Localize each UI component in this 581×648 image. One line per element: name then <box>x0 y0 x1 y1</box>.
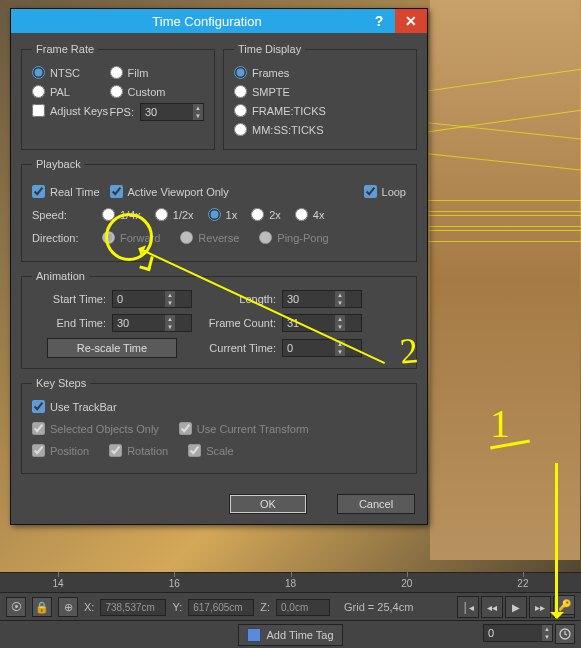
forward-radio: Forward <box>102 231 160 244</box>
length-spinner[interactable]: ▲▼ <box>282 290 362 308</box>
selected-objects-check: Selected Objects Only <box>32 422 159 435</box>
down-arrow-icon[interactable]: ▼ <box>193 112 203 120</box>
length-label: Length: <box>192 293 282 305</box>
start-time-label: Start Time: <box>32 293 112 305</box>
key-steps-group: Key Steps Use TrackBar Selected Objects … <box>21 377 417 474</box>
status-bar: ⦿ 🔒 ⊕ X: Y: Z: Grid = 25,4cm │◂ ◂◂ ▶ ▸▸ … <box>0 592 581 621</box>
next-frame-button[interactable]: ▸▸ <box>529 596 551 618</box>
frame-count-spinner[interactable]: ▲▼ <box>282 314 362 332</box>
z-field[interactable] <box>276 599 330 616</box>
time-configuration-dialog: Time Configuration ? ✕ Frame Rate NTSC P… <box>10 8 428 525</box>
custom-radio[interactable]: Custom <box>110 85 204 98</box>
ntsc-radio[interactable]: NTSC <box>32 66 110 79</box>
loop-check[interactable]: Loop <box>364 185 406 198</box>
fps-input[interactable] <box>141 106 193 118</box>
y-label: Y: <box>172 601 182 613</box>
fps-label: FPS: <box>110 106 134 118</box>
x-label: X: <box>84 601 94 613</box>
prev-frame-button[interactable]: ◂◂ <box>481 596 503 618</box>
key-mode-toggle-icon[interactable]: 🔑 <box>555 595 575 615</box>
end-time-label: End Time: <box>32 317 112 329</box>
current-time-label: Current Time: <box>192 342 282 354</box>
lock-icon[interactable]: 🔒 <box>32 597 52 617</box>
speed-1-2-radio[interactable]: 1/2x <box>155 208 194 221</box>
end-time-spinner[interactable]: ▲▼ <box>112 314 192 332</box>
pingpong-radio: Ping-Pong <box>259 231 328 244</box>
dialog-title: Time Configuration <box>51 14 363 29</box>
mmssticks-radio[interactable]: MM:SS:TICKS <box>234 123 406 136</box>
timeline-ruler[interactable]: 14 16 18 20 22 <box>0 572 581 593</box>
speed-1x-radio[interactable]: 1x <box>208 208 238 221</box>
z-label: Z: <box>260 601 270 613</box>
dialog-titlebar[interactable]: Time Configuration ? ✕ <box>11 9 427 33</box>
speed-2x-radio[interactable]: 2x <box>251 208 281 221</box>
rotation-check: Rotation <box>109 444 168 457</box>
use-trackbar-check[interactable]: Use TrackBar <box>32 400 117 413</box>
time-configuration-button[interactable] <box>555 624 575 644</box>
timeline-tick: 20 <box>349 578 465 589</box>
playback-legend: Playback <box>32 158 85 170</box>
real-time-check[interactable]: Real Time <box>32 185 100 198</box>
animation-group: Animation Start Time: ▲▼ Length: ▲▼ End … <box>21 270 417 369</box>
timeline-tick: 22 <box>465 578 581 589</box>
current-frame-spinner[interactable]: ▲▼ <box>483 624 553 642</box>
position-check: Position <box>32 444 89 457</box>
add-time-tag-label: Add Time Tag <box>266 629 333 641</box>
add-time-tag-button[interactable]: Add Time Tag <box>238 624 342 646</box>
goto-start-button[interactable]: │◂ <box>457 596 479 618</box>
reverse-radio: Reverse <box>180 231 239 244</box>
fps-spinner[interactable]: ▲▼ <box>140 103 204 121</box>
cube-icon <box>247 628 261 642</box>
play-button[interactable]: ▶ <box>505 596 527 618</box>
timeline-tick: 14 <box>0 578 116 589</box>
direction-label: Direction: <box>32 232 92 244</box>
up-arrow-icon[interactable]: ▲ <box>193 104 203 112</box>
close-button[interactable]: ✕ <box>395 9 427 33</box>
timeline-tick: 16 <box>116 578 232 589</box>
adjust-keys-check[interactable]: Adjust Keys <box>32 104 110 117</box>
start-time-spinner[interactable]: ▲▼ <box>112 290 192 308</box>
time-display-legend: Time Display <box>234 43 305 55</box>
use-current-transform-check: Use Current Transform <box>179 422 309 435</box>
frame-count-label: Frame Count: <box>192 317 282 329</box>
timeline-tick: 18 <box>232 578 348 589</box>
help-button[interactable]: ? <box>363 9 395 33</box>
ok-button[interactable]: OK <box>229 494 307 514</box>
rescale-time-button[interactable]: Re-scale Time <box>47 338 177 358</box>
speed-4x-radio[interactable]: 4x <box>295 208 325 221</box>
frame-ticks-radio[interactable]: FRAME:TICKS <box>234 104 406 117</box>
playback-group: Playback Real Time Active Viewport Only … <box>21 158 417 262</box>
active-viewport-check[interactable]: Active Viewport Only <box>110 185 229 198</box>
coord-icon[interactable]: ⊕ <box>58 597 78 617</box>
frame-rate-legend: Frame Rate <box>32 43 98 55</box>
x-field[interactable] <box>100 599 166 616</box>
pal-radio[interactable]: PAL <box>32 85 110 98</box>
grid-label: Grid = 25,4cm <box>344 601 413 613</box>
selection-lock-icon[interactable]: ⦿ <box>6 597 26 617</box>
smpte-radio[interactable]: SMPTE <box>234 85 406 98</box>
frame-rate-group: Frame Rate NTSC PAL Adjust Keys Film Cus… <box>21 43 215 150</box>
scale-check: Scale <box>188 444 234 457</box>
key-steps-legend: Key Steps <box>32 377 90 389</box>
y-field[interactable] <box>188 599 254 616</box>
time-display-group: Time Display Frames SMPTE FRAME:TICKS MM… <box>223 43 417 150</box>
film-radio[interactable]: Film <box>110 66 204 79</box>
speed-label: Speed: <box>32 209 92 221</box>
cancel-button[interactable]: Cancel <box>337 494 415 514</box>
frames-radio[interactable]: Frames <box>234 66 406 79</box>
animation-legend: Animation <box>32 270 89 282</box>
speed-1-4-radio[interactable]: 1/4x <box>102 208 141 221</box>
current-time-spinner[interactable]: ▲▼ <box>282 339 362 357</box>
